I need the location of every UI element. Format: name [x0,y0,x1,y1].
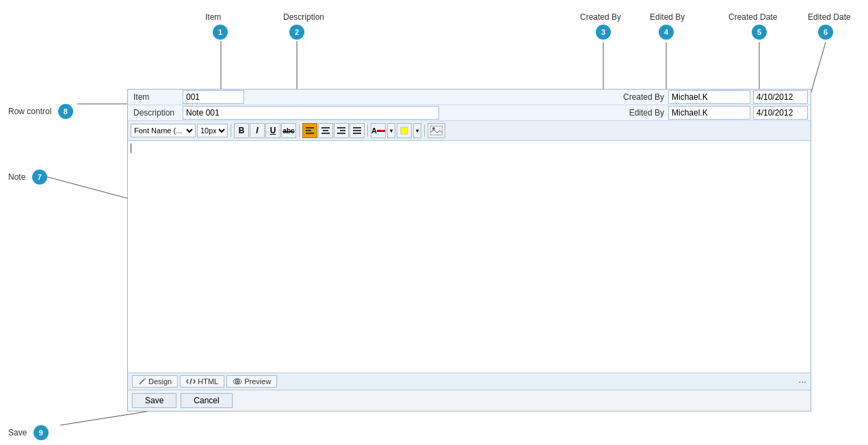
toolbar-sep-2 [299,124,300,137]
svg-rect-15 [337,127,345,129]
editor-tabs-bar: Design HTML Preview ··· [128,373,811,390]
save-button[interactable]: Save [132,393,176,408]
svg-rect-10 [306,130,311,131]
toolbar-sep-4 [424,124,425,137]
item-input[interactable] [183,90,244,104]
strikethrough-button[interactable]: abc [281,123,296,138]
created-by-label: Created By [619,90,668,105]
form-container: Item Created By Description Edited By Fo… [127,89,811,412]
cancel-button[interactable]: Cancel [181,393,232,408]
design-tab[interactable]: Design [132,375,178,388]
created-date-annotation-label: Created Date [728,12,777,22]
description-annotation-label: Description [283,12,324,22]
created-by-annotation-label: Created By [580,12,621,22]
right-fields-row2: Edited By [625,105,811,120]
svg-rect-12 [321,127,330,129]
align-right-icon [337,127,345,134]
edited-date-badge: 6 [818,25,833,40]
save-annotation: Save 9 [8,425,49,440]
svg-rect-13 [323,130,328,131]
italic-button[interactable]: I [250,123,265,138]
html-icon [186,377,196,386]
svg-rect-9 [306,127,314,129]
save-cancel-row: Save Cancel [128,390,811,411]
svg-line-25 [140,379,144,384]
created-by-input[interactable] [668,90,750,104]
highlight-color-button[interactable] [397,123,412,138]
highlight-dropdown[interactable]: ▾ [413,123,421,138]
font-size-select[interactable]: 10px [197,124,228,137]
item-annotation-label: Item [205,12,221,22]
svg-rect-14 [321,133,330,134]
svg-rect-20 [353,133,361,134]
svg-point-29 [237,381,239,383]
align-center-button[interactable] [318,123,333,138]
svg-rect-19 [353,130,361,131]
svg-line-7 [38,174,127,198]
toolbar-sep-3 [367,124,368,137]
editor-toolbar: Font Name (... 10px B I U abc [128,121,811,141]
toolbar-sep-1 [231,124,231,137]
svg-rect-11 [306,133,314,134]
justify-button[interactable] [350,123,365,138]
edited-by-badge: 4 [659,25,674,40]
edited-by-label: Edited By [625,105,668,120]
description-badge: 2 [289,25,304,40]
svg-rect-18 [353,127,361,129]
svg-rect-21 [377,130,385,132]
edited-date-input[interactable] [753,106,808,120]
svg-line-26 [190,379,192,384]
form-row-item: Item Created By [128,90,811,105]
preview-tab[interactable]: Preview [226,375,277,388]
right-fields-row1: Created By [619,90,811,105]
description-label: Description [128,105,183,120]
font-color-icon [377,130,385,132]
created-date-input[interactable] [753,90,808,104]
form-row-description: Description Edited By [128,105,811,121]
description-input[interactable] [183,106,439,120]
edited-date-annotation-label: Edited Date [808,12,851,22]
created-by-badge: 3 [596,25,611,40]
format-buttons: B I U abc [234,123,296,138]
created-date-badge: 5 [752,25,767,40]
svg-rect-22 [401,127,408,134]
edited-by-annotation-label: Edited By [650,12,685,22]
item-badge: 1 [213,25,228,40]
html-tab-label: HTML [198,377,218,386]
tab-more[interactable]: ··· [798,376,806,387]
preview-tab-label: Preview [244,377,271,386]
underline-button[interactable]: U [265,123,280,138]
insert-image-button[interactable] [428,123,445,138]
svg-rect-17 [337,133,345,134]
editor-cursor [131,144,131,153]
note-annotation: Note 7 [8,170,47,185]
font-color-dropdown[interactable]: ▾ [387,123,395,138]
row-control-annotation: Row control 8 [8,104,73,119]
design-tab-label: Design [148,377,172,386]
align-buttons [302,123,365,138]
pencil-icon [138,377,146,386]
edited-by-input[interactable] [668,106,750,120]
svg-rect-16 [340,130,345,131]
svg-rect-23 [430,126,443,135]
align-left-icon [306,127,314,134]
editor-content-area[interactable] [128,141,811,373]
align-center-icon [321,127,330,134]
image-icon [430,126,443,135]
align-left-button[interactable] [302,123,317,138]
html-tab[interactable]: HTML [180,375,224,388]
font-name-select[interactable]: Font Name (... [131,124,196,137]
justify-icon [353,127,361,134]
font-color-button[interactable]: A [371,123,386,138]
preview-icon [233,378,242,385]
align-right-button[interactable] [334,123,349,138]
bold-button[interactable]: B [234,123,249,138]
highlight-icon [400,126,408,135]
item-label: Item [128,90,183,105]
